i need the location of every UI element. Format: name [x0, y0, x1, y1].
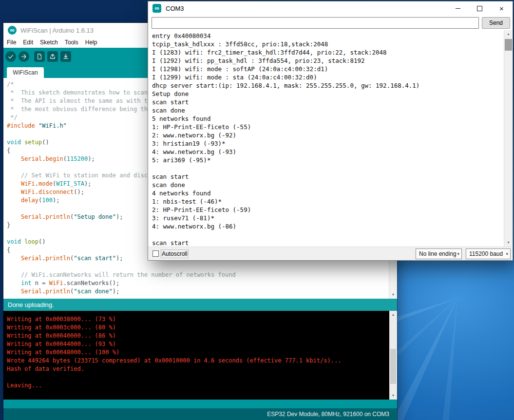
console-scrollbar[interactable]: ▲ ▼: [389, 311, 397, 400]
console-lines: Writing at 0x00038000... (73 %)Writing a…: [7, 315, 341, 390]
baud-select[interactable]: 115200 baud ▾: [466, 248, 511, 259]
arrow-up-tray-icon: [49, 53, 56, 60]
menu-help[interactable]: Help: [82, 38, 101, 46]
serial-output[interactable]: entry 0x40080034tcpip_task_hdlxxx : 3ffd…: [148, 30, 513, 247]
line-ending-value: No line ending: [419, 250, 457, 257]
serial-output-lines: entry 0x40080034tcpip_task_hdlxxx : 3ffd…: [152, 32, 419, 247]
arrow-right-icon: [20, 53, 27, 60]
arduino-app-icon: ∞: [152, 4, 161, 13]
arduino-logo-icon: ∞: [8, 26, 17, 35]
chevron-down-icon: ▾: [457, 249, 459, 258]
upload-status-bar: Done uploading.: [3, 299, 397, 311]
check-icon: [7, 53, 14, 60]
scroll-up-icon[interactable]: ▲: [504, 30, 513, 38]
document-icon: [36, 53, 43, 60]
serial-bottom-bar: Autoscroll No line ending ▾ 115200 baud …: [148, 247, 513, 260]
serial-scroll-thumb[interactable]: [505, 39, 512, 51]
ide-window-title: WiFiScan | Arduino 1.6.13: [20, 27, 94, 34]
menu-tools[interactable]: Tools: [61, 38, 82, 46]
upload-button[interactable]: [19, 51, 29, 62]
serial-scrollbar[interactable]: ▲ ▼: [504, 30, 513, 247]
close-button[interactable]: ×: [491, 1, 513, 16]
serial-monitor-window: ∞ COM3 × Send entry 0x40080034tcpip_task…: [148, 1, 513, 261]
window-controls: ×: [447, 1, 513, 16]
maximize-button[interactable]: [469, 1, 491, 16]
menu-sketch[interactable]: Sketch: [37, 38, 61, 46]
serial-send-row: Send: [148, 16, 513, 30]
autoscroll-checkbox[interactable]: [152, 250, 159, 257]
arrow-down-icon: [62, 53, 69, 60]
open-sketch-button[interactable]: [47, 51, 58, 62]
minimize-icon: [456, 8, 460, 9]
tab-wifiscan[interactable]: WiFiScan: [7, 67, 44, 78]
new-sketch-button[interactable]: [34, 51, 45, 62]
minimize-button[interactable]: [447, 1, 469, 16]
console-scroll-thumb[interactable]: [390, 349, 396, 384]
serial-input[interactable]: [152, 17, 479, 29]
board-info-bar: ESP32 Dev Module, 80MHz, 921600 on COM3: [3, 408, 397, 420]
chevron-down-icon: ▾: [506, 249, 508, 258]
scroll-up-icon[interactable]: ▲: [389, 311, 397, 319]
scroll-down-icon[interactable]: ▼: [389, 291, 397, 299]
serial-window-title: COM3: [166, 5, 184, 12]
autoscroll-label[interactable]: Autoscroll: [162, 250, 188, 257]
build-console[interactable]: Writing at 0x00038000... (73 %)Writing a…: [3, 311, 397, 400]
save-sketch-button[interactable]: [60, 51, 71, 62]
console-footer-strip: [3, 400, 397, 408]
serial-titlebar[interactable]: ∞ COM3 ×: [148, 1, 513, 16]
scroll-down-icon[interactable]: ▼: [504, 239, 513, 247]
maximize-icon: [477, 6, 482, 11]
menu-edit[interactable]: Edit: [19, 38, 37, 46]
line-ending-select[interactable]: No line ending ▾: [416, 248, 462, 259]
board-info-text: ESP32 Dev Module, 80MHz, 921600 on COM3: [267, 411, 389, 418]
scroll-down-icon[interactable]: ▼: [389, 392, 397, 400]
baud-value: 115200 baud: [469, 250, 503, 257]
desktop-wallpaper: ∞ WiFiScan | Arduino 1.6.13 FileEditSket…: [0, 0, 514, 420]
verify-button[interactable]: [5, 51, 16, 62]
menu-file[interactable]: File: [3, 38, 19, 46]
send-button[interactable]: Send: [482, 17, 510, 29]
